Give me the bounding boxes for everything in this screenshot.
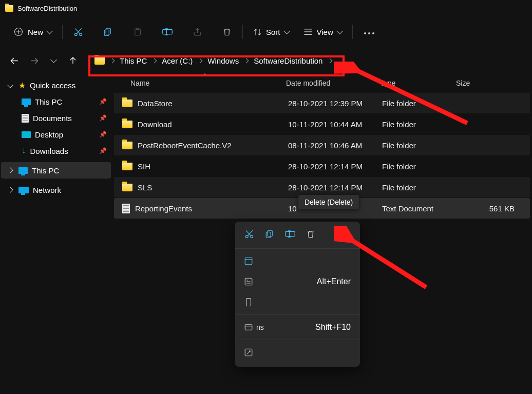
ctx-copy-button[interactable] bbox=[264, 229, 275, 239]
file-name: SIH bbox=[138, 162, 150, 171]
desktop-icon bbox=[22, 131, 31, 138]
window-icon bbox=[244, 323, 253, 332]
pin-icon: 📌 bbox=[99, 114, 107, 122]
copy-icon bbox=[103, 27, 112, 36]
cell-type: File folder bbox=[375, 99, 451, 108]
cell-name: DataStore bbox=[114, 99, 281, 108]
chevron-right-icon[interactable] bbox=[7, 167, 13, 173]
ctx-extra-button[interactable] bbox=[235, 342, 360, 363]
cell-date: 28-10-2021 12:39 PM bbox=[281, 99, 375, 108]
ctx-rename-button[interactable] bbox=[285, 229, 295, 239]
cell-name: Download bbox=[114, 120, 281, 129]
column-header-name[interactable]: Name bbox=[112, 79, 279, 87]
svg-rect-10 bbox=[268, 230, 272, 236]
arrow-up-icon bbox=[68, 56, 78, 65]
folder-icon bbox=[94, 57, 105, 65]
pin-icon: 📌 bbox=[99, 98, 107, 105]
sort-indicator-icon bbox=[202, 73, 207, 76]
table-row[interactable]: Download10-11-2021 10:44 AMFile folder bbox=[114, 114, 530, 134]
sidebar-item-label: Documents bbox=[33, 114, 72, 123]
tooltip-delete: Delete (Delete) bbox=[298, 195, 359, 209]
sidebar-item-documents[interactable]: Documents 📌 bbox=[1, 110, 111, 126]
forward-button[interactable] bbox=[29, 55, 39, 66]
cell-date: 28-10-2021 12:14 PM bbox=[281, 183, 375, 192]
cell-date: 08-11-2021 10:46 AM bbox=[281, 141, 375, 150]
scissors-icon bbox=[73, 27, 83, 37]
ctx-more-options-button[interactable]: ns Shift+F10 bbox=[235, 317, 360, 338]
trash-icon bbox=[306, 229, 315, 239]
ctx-properties-button[interactable]: Alt+Enter bbox=[235, 271, 360, 292]
table-row[interactable]: DataStore28-10-2021 12:39 PMFile folder bbox=[114, 93, 530, 113]
sidebar-this-pc[interactable]: This PC bbox=[1, 162, 111, 179]
sidebar-quick-access[interactable]: ★ Quick access bbox=[1, 77, 111, 93]
delete-button[interactable] bbox=[222, 27, 232, 37]
copy-button[interactable] bbox=[103, 27, 113, 37]
share-button[interactable] bbox=[192, 27, 202, 37]
chevron-down-icon[interactable] bbox=[7, 82, 13, 88]
rename-icon bbox=[285, 229, 295, 239]
cell-date: 28-10-2021 12:14 PM bbox=[281, 162, 375, 171]
tooltip-text: Delete (Delete) bbox=[305, 198, 353, 206]
folder-icon bbox=[122, 184, 132, 191]
breadcrumb-item[interactable]: This PC bbox=[120, 56, 147, 65]
column-header-size[interactable]: Size bbox=[449, 79, 532, 87]
sort-icon bbox=[253, 28, 262, 36]
folder-icon bbox=[5, 5, 13, 12]
rename-button[interactable] bbox=[162, 27, 173, 37]
breadcrumb-item[interactable]: Windows bbox=[207, 56, 239, 65]
paste-button[interactable] bbox=[132, 27, 143, 37]
file-name: ReportingEvents bbox=[135, 204, 192, 213]
svg-rect-12 bbox=[286, 231, 295, 236]
download-icon: ↓ bbox=[22, 146, 26, 156]
back-button[interactable] bbox=[9, 55, 20, 66]
cell-name: ReportingEvents bbox=[114, 204, 281, 213]
ctx-open-with-button[interactable] bbox=[235, 292, 360, 312]
list-icon bbox=[303, 28, 313, 35]
recent-button[interactable] bbox=[48, 55, 59, 66]
up-button[interactable] bbox=[68, 55, 78, 66]
breadcrumb-item[interactable]: SoftwareDistribution bbox=[254, 56, 322, 65]
sidebar-item-label: Desktop bbox=[35, 130, 63, 139]
properties-icon bbox=[244, 277, 253, 286]
sidebar-item-label: Quick access bbox=[30, 81, 75, 90]
breadcrumb[interactable]: This PC Acer (C:) Windows SoftwareDistri… bbox=[87, 50, 340, 71]
context-menu: Alt+Enter ns Shift+F10 bbox=[235, 222, 360, 367]
breadcrumb-item[interactable]: Acer (C:) bbox=[162, 56, 193, 65]
svg-rect-13 bbox=[245, 258, 252, 265]
cell-type: Text Document bbox=[375, 204, 451, 213]
sidebar-item-desktop[interactable]: Desktop 📌 bbox=[1, 126, 111, 143]
new-button[interactable]: New bbox=[13, 27, 52, 37]
ctx-open-button[interactable] bbox=[235, 251, 360, 271]
table-row[interactable]: SIH28-10-2021 12:14 PMFile folder bbox=[114, 156, 530, 176]
svg-rect-11 bbox=[266, 232, 271, 238]
cell-type: File folder bbox=[375, 162, 451, 171]
clipboard-icon bbox=[133, 27, 142, 36]
titlebar: SoftwareDistribution bbox=[0, 0, 532, 16]
cut-button[interactable] bbox=[73, 27, 83, 37]
monitor-icon bbox=[18, 167, 28, 174]
ctx-cut-button[interactable] bbox=[244, 229, 254, 239]
open-icon bbox=[244, 257, 253, 266]
network-icon bbox=[18, 187, 29, 193]
view-button[interactable]: View bbox=[303, 28, 342, 36]
table-row[interactable]: PostRebootEventCache.V208-11-2021 10:46 … bbox=[114, 135, 530, 155]
sidebar-item-downloads[interactable]: ↓ Downloads 📌 bbox=[1, 143, 111, 159]
sidebar-item-this-pc[interactable]: This PC 📌 bbox=[1, 93, 111, 110]
file-name: Download bbox=[138, 120, 172, 129]
sidebar-item-label: Network bbox=[33, 186, 61, 194]
cell-type: File folder bbox=[375, 141, 451, 150]
column-header-type[interactable]: Type bbox=[373, 79, 449, 87]
chevron-right-icon[interactable] bbox=[7, 187, 13, 192]
table-row[interactable]: SLS28-10-2021 12:14 PMFile folder bbox=[114, 177, 530, 198]
ctx-delete-button[interactable] bbox=[306, 229, 316, 239]
cell-type: File folder bbox=[375, 183, 451, 192]
chevron-right-icon bbox=[328, 58, 333, 63]
cell-name: PostRebootEventCache.V2 bbox=[114, 141, 281, 150]
sort-button[interactable]: Sort bbox=[253, 28, 289, 36]
column-headers: Name Date modified Type Size bbox=[112, 74, 532, 92]
more-button[interactable] bbox=[363, 28, 375, 36]
chevron-right-icon bbox=[110, 58, 115, 63]
sidebar-network[interactable]: Network bbox=[1, 182, 111, 198]
column-header-date[interactable]: Date modified bbox=[279, 79, 373, 87]
phone-icon bbox=[244, 298, 253, 307]
